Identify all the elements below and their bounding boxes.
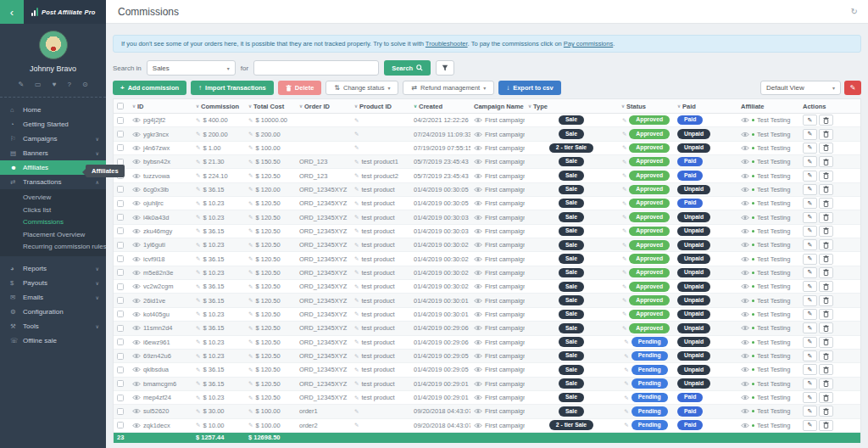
eye-icon[interactable] <box>474 145 482 151</box>
edit-commission-icon[interactable]: ✎ <box>196 367 200 373</box>
edit-total-cost-icon[interactable]: ✎ <box>248 227 253 234</box>
eye-icon[interactable] <box>132 228 141 234</box>
edit-row-button[interactable]: ✎ <box>803 212 817 223</box>
edit-total-cost-icon[interactable]: ✎ <box>248 144 253 151</box>
eye-icon[interactable] <box>132 339 141 345</box>
edit-total-cost-icon[interactable]: ✎ <box>248 297 253 304</box>
edit-row-button[interactable]: ✎ <box>803 254 817 265</box>
eye-icon[interactable] <box>741 215 749 221</box>
eye-icon[interactable] <box>741 117 749 123</box>
edit-commission-icon[interactable]: ✎ <box>196 297 200 304</box>
row-checkbox[interactable] <box>117 380 124 387</box>
edit-commission-icon[interactable]: ✎ <box>196 339 200 345</box>
row-checkbox[interactable] <box>117 339 124 345</box>
export-csv-button[interactable]: ↓Export to csv <box>498 81 561 95</box>
row-checkbox[interactable] <box>117 311 124 317</box>
edit-commission-icon[interactable]: ✎ <box>196 395 200 401</box>
edit-product-icon[interactable]: ✎ <box>354 255 359 262</box>
edit-row-button[interactable]: ✎ <box>803 406 817 417</box>
delete-row-button[interactable] <box>819 212 833 223</box>
eye-icon[interactable] <box>474 283 482 289</box>
delete-row-button[interactable] <box>819 378 833 389</box>
delete-row-button[interactable] <box>819 156 833 167</box>
submenu-item-recurring-commission-rules[interactable]: Recurring commission rules <box>0 241 106 254</box>
eye-icon[interactable] <box>474 270 482 276</box>
edit-row-button[interactable]: ✎ <box>803 420 817 431</box>
row-checkbox[interactable] <box>117 325 124 332</box>
edit-status-icon[interactable]: ✎ <box>624 395 628 401</box>
edit-status-icon[interactable]: ✎ <box>622 269 626 276</box>
delete-row-button[interactable] <box>819 267 833 278</box>
eye-icon[interactable] <box>741 187 749 193</box>
edit-product-icon[interactable]: ✎ <box>354 380 359 387</box>
submenu-item-placement-overview[interactable]: Placement Overview <box>0 229 106 242</box>
edit-product-icon[interactable]: ✎ <box>354 311 359 317</box>
submenu-item-commissions[interactable]: Commissions <box>0 216 106 229</box>
eye-icon[interactable] <box>132 117 141 123</box>
edit-commission-icon[interactable]: ✎ <box>196 227 200 234</box>
import-transactions-button[interactable]: ↑Import Transactions <box>191 81 274 95</box>
eye-icon[interactable] <box>474 408 482 414</box>
edit-row-button[interactable]: ✎ <box>803 129 817 140</box>
eye-icon[interactable] <box>474 311 482 317</box>
edit-commission-icon[interactable]: ✎ <box>196 214 200 221</box>
edit-total-cost-icon[interactable]: ✎ <box>248 422 253 428</box>
screen-icon[interactable]: ▭ <box>35 81 42 88</box>
column-header-paid[interactable]: ∨Paid <box>674 103 737 110</box>
pay-commissions-link[interactable]: Pay commissions <box>564 40 613 48</box>
row-checkbox[interactable] <box>117 408 124 415</box>
refund-management-dropdown[interactable]: ⇄Refund management▾ <box>403 81 494 95</box>
eye-icon[interactable] <box>132 173 141 179</box>
edit-total-cost-icon[interactable]: ✎ <box>248 408 253 415</box>
submenu-item-clicks-list[interactable]: Clicks list <box>0 204 106 217</box>
edit-total-cost-icon[interactable]: ✎ <box>248 159 253 165</box>
edit-row-button[interactable]: ✎ <box>803 378 817 389</box>
edit-commission-icon[interactable]: ✎ <box>196 408 200 415</box>
delete-row-button[interactable] <box>819 171 833 182</box>
search-input[interactable] <box>253 60 379 76</box>
edit-commission-icon[interactable]: ✎ <box>196 311 200 317</box>
edit-status-icon[interactable]: ✎ <box>624 353 628 360</box>
eye-icon[interactable] <box>132 187 141 193</box>
eye-icon[interactable] <box>474 200 482 206</box>
edit-product-icon[interactable]: ✎ <box>354 200 359 207</box>
eye-icon[interactable] <box>132 408 141 414</box>
eye-icon[interactable] <box>474 353 482 359</box>
edit-row-button[interactable]: ✎ <box>803 337 817 348</box>
edit-product-icon[interactable]: ✎ <box>354 408 359 415</box>
row-checkbox[interactable] <box>117 214 124 221</box>
edit-row-button[interactable]: ✎ <box>803 156 817 167</box>
eye-icon[interactable] <box>741 408 749 414</box>
eye-icon[interactable] <box>741 283 749 289</box>
row-checkbox[interactable] <box>117 283 124 290</box>
eye-icon[interactable] <box>132 159 141 165</box>
delete-row-button[interactable] <box>819 420 833 431</box>
edit-product-icon[interactable]: ✎ <box>354 242 359 249</box>
edit-product-icon[interactable]: ✎ <box>354 283 359 290</box>
edit-status-icon[interactable]: ✎ <box>622 200 626 207</box>
edit-product-icon[interactable]: ✎ <box>354 395 359 401</box>
row-checkbox[interactable] <box>117 242 124 249</box>
edit-row-button[interactable]: ✎ <box>803 115 817 126</box>
edit-total-cost-icon[interactable]: ✎ <box>248 395 253 401</box>
eye-icon[interactable] <box>741 256 749 262</box>
delete-row-button[interactable] <box>819 350 833 361</box>
delete-row-button[interactable] <box>819 184 833 195</box>
select-all-checkbox[interactable] <box>117 103 124 109</box>
edit-total-cost-icon[interactable]: ✎ <box>248 339 253 345</box>
eye-icon[interactable] <box>132 395 141 400</box>
edit-product-icon[interactable]: ✎ <box>354 117 359 124</box>
eye-icon[interactable] <box>474 325 482 331</box>
eye-icon[interactable] <box>132 367 141 372</box>
delete-row-button[interactable] <box>819 198 833 209</box>
edit-product-icon[interactable]: ✎ <box>354 159 359 165</box>
eye-icon[interactable] <box>474 117 482 123</box>
sidebar-item-banners[interactable]: ▤ Banners ∨ <box>0 146 106 160</box>
eye-icon[interactable] <box>741 145 749 151</box>
eye-icon[interactable] <box>132 283 141 289</box>
edit-product-icon[interactable]: ✎ <box>354 144 359 151</box>
change-status-dropdown[interactable]: ⇅Change status▾ <box>326 81 398 95</box>
column-header-product-id[interactable]: ∨Product ID <box>351 103 410 110</box>
edit-total-cost-icon[interactable]: ✎ <box>248 186 253 193</box>
edit-commission-icon[interactable]: ✎ <box>196 242 200 249</box>
